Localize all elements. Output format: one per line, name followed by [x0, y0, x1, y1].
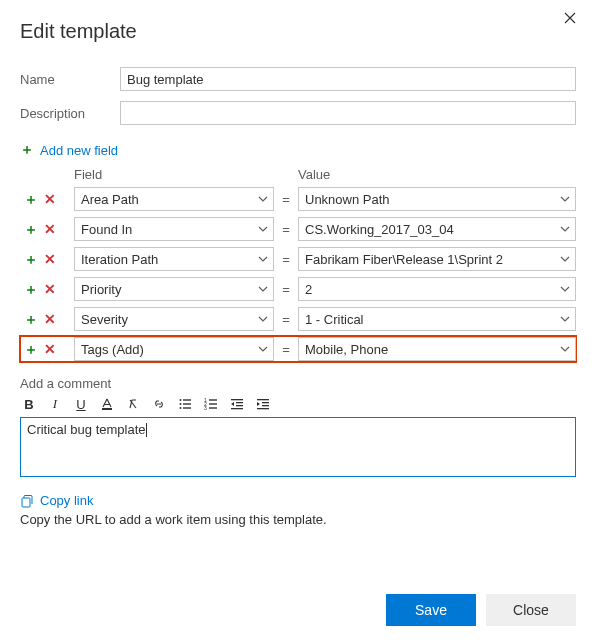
field-dropdown[interactable]: Tags (Add) — [74, 337, 274, 361]
equals-label: = — [274, 252, 298, 267]
close-button[interactable]: Close — [486, 594, 576, 626]
description-label: Description — [20, 106, 120, 121]
clear-format-button[interactable] — [124, 395, 142, 413]
field-dropdown[interactable]: Iteration Path — [74, 247, 274, 271]
outdent-button[interactable] — [228, 395, 246, 413]
field-dropdown[interactable]: Priority — [74, 277, 274, 301]
field-value: Found In — [81, 222, 132, 237]
copy-link-hint: Copy the URL to add a work item using th… — [20, 512, 576, 527]
remove-row-icon[interactable]: ✕ — [44, 222, 56, 236]
description-row: Description — [20, 101, 576, 125]
svg-rect-14 — [236, 402, 243, 403]
rte-toolbar: B I U 123 — [20, 395, 576, 413]
add-new-field-link[interactable]: ＋ Add new field — [20, 141, 576, 159]
plus-icon: ＋ — [20, 141, 34, 159]
svg-rect-21 — [22, 498, 30, 507]
field-grid: Field Value ＋✕Area Path=Unknown Path＋✕Fo… — [20, 167, 576, 362]
field-dropdown[interactable]: Severity — [74, 307, 274, 331]
svg-rect-15 — [236, 405, 243, 406]
svg-point-1 — [180, 399, 182, 401]
field-value: Priority — [81, 282, 121, 297]
copy-link-button[interactable]: Copy link — [20, 493, 576, 508]
svg-rect-12 — [209, 407, 217, 408]
svg-rect-20 — [257, 408, 269, 409]
save-button[interactable]: Save — [386, 594, 476, 626]
row-actions: ＋✕ — [20, 342, 74, 356]
add-row-icon[interactable]: ＋ — [24, 222, 38, 236]
value-text: CS.Working_2017_03_04 — [305, 222, 454, 237]
field-value: Area Path — [81, 192, 139, 207]
svg-rect-8 — [209, 399, 217, 400]
comment-text: Critical bug template — [27, 422, 146, 437]
add-row-icon[interactable]: ＋ — [24, 282, 38, 296]
grid-row: ＋✕Severity=1 - Critical — [20, 306, 576, 332]
row-actions: ＋✕ — [20, 192, 74, 206]
copy-link-label: Copy link — [40, 493, 93, 508]
equals-label: = — [274, 342, 298, 357]
add-row-icon[interactable]: ＋ — [24, 192, 38, 206]
comment-input[interactable]: Critical bug template — [20, 417, 576, 477]
equals-label: = — [274, 282, 298, 297]
value-text: 1 - Critical — [305, 312, 364, 327]
value-text: Unknown Path — [305, 192, 390, 207]
name-input[interactable] — [120, 67, 576, 91]
bold-button[interactable]: B — [20, 395, 38, 413]
value-dropdown[interactable]: Mobile, Phone — [298, 337, 576, 361]
italic-button[interactable]: I — [46, 395, 64, 413]
value-dropdown[interactable]: 1 - Critical — [298, 307, 576, 331]
indent-button[interactable] — [254, 395, 272, 413]
description-input[interactable] — [120, 101, 576, 125]
svg-rect-0 — [102, 408, 112, 410]
svg-rect-19 — [262, 405, 269, 406]
text-color-button[interactable] — [98, 395, 116, 413]
underline-button[interactable]: U — [72, 395, 90, 413]
remove-row-icon[interactable]: ✕ — [44, 252, 56, 266]
field-dropdown[interactable]: Area Path — [74, 187, 274, 211]
row-actions: ＋✕ — [20, 252, 74, 266]
grid-row: ＋✕Area Path=Unknown Path — [20, 186, 576, 212]
svg-rect-10 — [209, 403, 217, 404]
grid-row: ＋✕Found In=CS.Working_2017_03_04 — [20, 216, 576, 242]
svg-rect-16 — [231, 408, 243, 409]
field-value: Severity — [81, 312, 128, 327]
svg-rect-13 — [231, 399, 243, 400]
close-icon[interactable] — [564, 12, 580, 28]
value-dropdown[interactable]: 2 — [298, 277, 576, 301]
svg-rect-4 — [183, 403, 191, 404]
remove-row-icon[interactable]: ✕ — [44, 342, 56, 356]
value-dropdown[interactable]: Unknown Path — [298, 187, 576, 211]
bullet-list-button[interactable] — [176, 395, 194, 413]
remove-row-icon[interactable]: ✕ — [44, 282, 56, 296]
link-button[interactable] — [150, 395, 168, 413]
svg-rect-6 — [183, 407, 191, 408]
comment-label: Add a comment — [20, 376, 576, 391]
name-label: Name — [20, 72, 120, 87]
row-actions: ＋✕ — [20, 312, 74, 326]
svg-rect-2 — [183, 399, 191, 400]
dialog-footer: Save Close — [386, 594, 576, 626]
equals-label: = — [274, 312, 298, 327]
add-row-icon[interactable]: ＋ — [24, 342, 38, 356]
svg-point-5 — [180, 407, 182, 409]
value-text: 2 — [305, 282, 312, 297]
value-dropdown[interactable]: Fabrikam Fiber\Release 1\Sprint 2 — [298, 247, 576, 271]
add-row-icon[interactable]: ＋ — [24, 252, 38, 266]
add-row-icon[interactable]: ＋ — [24, 312, 38, 326]
name-row: Name — [20, 67, 576, 91]
equals-label: = — [274, 192, 298, 207]
page-title: Edit template — [20, 20, 576, 43]
equals-label: = — [274, 222, 298, 237]
remove-row-icon[interactable]: ✕ — [44, 192, 56, 206]
field-dropdown[interactable]: Found In — [74, 217, 274, 241]
add-new-field-label: Add new field — [40, 143, 118, 158]
svg-point-3 — [180, 403, 182, 405]
remove-row-icon[interactable]: ✕ — [44, 312, 56, 326]
number-list-button[interactable]: 123 — [202, 395, 220, 413]
copy-icon — [20, 494, 34, 508]
svg-rect-17 — [257, 399, 269, 400]
value-text: Fabrikam Fiber\Release 1\Sprint 2 — [305, 252, 503, 267]
row-actions: ＋✕ — [20, 282, 74, 296]
grid-row: ＋✕Tags (Add)=Mobile, Phone — [20, 336, 576, 362]
value-dropdown[interactable]: CS.Working_2017_03_04 — [298, 217, 576, 241]
svg-text:3: 3 — [204, 405, 207, 411]
